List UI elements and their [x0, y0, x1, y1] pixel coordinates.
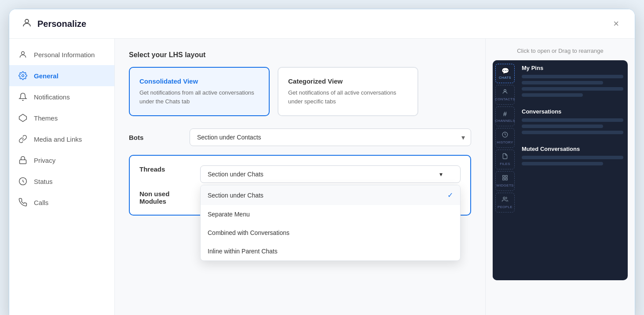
svg-point-1	[22, 51, 25, 55]
history-nav-label: HISTORY	[497, 140, 513, 144]
preview-section-conversations: Conversations	[522, 108, 623, 137]
preview-muted-conversations-title: Muted Conversations	[522, 146, 623, 152]
preview-nav: 💬 CHATS CONTACTS #	[493, 60, 517, 280]
sidebar-label-media-and-links: Media and Links	[34, 136, 82, 143]
nav-item-people[interactable]: PEOPLE	[495, 193, 515, 212]
bell-icon	[18, 92, 28, 102]
threads-option-combined-with-conversations[interactable]: Combined with Conversations	[201, 223, 460, 242]
widgets-nav-icon	[502, 175, 508, 182]
sidebar-item-themes[interactable]: Themes	[9, 107, 114, 128]
svg-point-2	[22, 75, 24, 77]
nav-item-widgets[interactable]: WIDGETS	[495, 171, 515, 191]
svg-point-6	[504, 89, 506, 92]
preview-line	[522, 93, 583, 97]
preview-line	[522, 118, 623, 122]
preview-panel: Click to open or Drag to rearrange 💬 CHA…	[485, 39, 635, 315]
status-icon	[18, 176, 28, 186]
svg-rect-9	[505, 176, 507, 177]
threads-row: Threads Section under Chats ▾ Section un…	[139, 165, 461, 183]
chats-nav-label: CHATS	[499, 76, 511, 80]
sidebar-item-general[interactable]: General	[9, 65, 114, 86]
preview-section-muted-conversations: Muted Conversations	[522, 146, 623, 168]
preview-line	[522, 75, 623, 78]
layout-options: Consolidated View Get notifications from…	[129, 67, 471, 116]
svg-point-0	[25, 19, 29, 23]
preview-line	[522, 81, 603, 84]
svg-rect-11	[505, 178, 507, 180]
nav-item-history[interactable]: HISTORY	[495, 128, 515, 148]
close-button[interactable]: ×	[610, 17, 622, 30]
check-icon: ✓	[447, 191, 453, 199]
preview-line	[522, 87, 623, 91]
threads-option-inline-within-parent-chats[interactable]: Inline within Parent Chats	[201, 242, 460, 260]
nav-item-contacts[interactable]: CONTACTS	[495, 85, 515, 105]
sidebar-label-general: General	[34, 72, 59, 80]
sidebar-item-notifications[interactable]: Notifications	[9, 86, 114, 107]
sidebar-label-calls: Calls	[34, 199, 48, 206]
contacts-nav-icon	[502, 88, 508, 96]
sidebar-item-status[interactable]: Status	[9, 171, 114, 192]
preview-line	[522, 156, 623, 159]
svg-rect-4	[20, 160, 26, 164]
svg-rect-10	[503, 178, 505, 180]
person-icon	[18, 50, 28, 59]
nav-item-chats[interactable]: 💬 CHATS	[495, 64, 515, 83]
svg-rect-8	[503, 176, 505, 177]
sidebar-label-notifications: Notifications	[34, 93, 70, 101]
diamond-icon	[18, 113, 28, 123]
bots-dropdown[interactable]: Section under Contacts	[190, 128, 471, 146]
channels-nav-label: CHANNELS	[495, 119, 515, 123]
categorized-view-title: Categorized View	[288, 77, 408, 85]
sidebar-item-privacy[interactable]: Privacy	[9, 150, 114, 171]
threads-dropdown-trigger[interactable]: Section under Chats ▾	[200, 165, 461, 183]
consolidated-view-desc: Get notifications from all active conver…	[139, 88, 259, 106]
sidebar-item-media-and-links[interactable]: Media and Links	[9, 128, 114, 150]
threads-option-section-under-chats[interactable]: Section under Chats ✓	[201, 185, 460, 205]
svg-marker-3	[19, 114, 27, 122]
categorized-view-desc: Get notifications of all active conversa…	[288, 88, 408, 106]
sidebar-label-privacy: Privacy	[34, 157, 55, 164]
people-nav-icon	[502, 196, 508, 204]
sidebar-label-status: Status	[34, 178, 53, 185]
nav-item-files[interactable]: FILES	[495, 150, 515, 169]
link-icon	[18, 134, 28, 144]
threads-selected-value: Section under Chats	[208, 171, 263, 178]
preview-line	[522, 131, 623, 134]
nav-item-channels[interactable]: # CHANNELS	[495, 106, 515, 126]
threads-section: Threads Section under Chats ▾ Section un…	[129, 155, 471, 216]
threads-option-separate-menu[interactable]: Separate Menu	[201, 205, 460, 223]
sidebar-label-personal-information: Personal Information	[34, 51, 95, 59]
consolidated-view-title: Consolidated View	[139, 77, 259, 85]
svg-point-12	[503, 197, 505, 199]
categorized-view-card[interactable]: Categorized View Get notifications of al…	[278, 67, 418, 116]
channels-nav-icon: #	[503, 110, 507, 117]
preview-line	[522, 162, 603, 165]
threads-label: Threads	[139, 165, 192, 173]
consolidated-view-card[interactable]: Consolidated View Get notifications from…	[129, 67, 270, 116]
personalize-icon	[22, 18, 32, 30]
phone-icon	[18, 198, 28, 207]
preview-conversations-title: Conversations	[522, 108, 623, 115]
history-nav-icon	[502, 132, 508, 139]
files-nav-icon	[502, 153, 508, 161]
gear-icon	[18, 71, 28, 81]
bots-row: Bots Section under Contacts ▾	[129, 128, 471, 146]
preview-hint: Click to open or Drag to rearrange	[493, 48, 628, 54]
sidebar-item-calls[interactable]: Calls	[9, 192, 114, 213]
bots-label: Bots	[129, 134, 182, 141]
chats-nav-icon: 💬	[501, 67, 509, 74]
header-left: Personalize	[22, 18, 86, 30]
preview-line	[522, 125, 603, 128]
preview-sections: My Pins Conversations Muted Conversation…	[517, 60, 628, 280]
threads-dropdown-wrapper: Section under Chats ▾ Section under Chat…	[200, 165, 461, 183]
threads-chevron-icon: ▾	[439, 171, 443, 178]
contacts-nav-label: CONTACTS	[495, 97, 515, 101]
preview-my-pins-title: My Pins	[522, 65, 623, 71]
bots-dropdown-wrapper: Section under Contacts ▾	[190, 128, 471, 146]
people-nav-label: PEOPLE	[498, 205, 512, 209]
preview-section-my-pins: My Pins	[522, 65, 623, 99]
modal-title: Personalize	[37, 19, 86, 29]
sidebar-item-personal-information[interactable]: Personal Information	[9, 44, 114, 65]
widgets-nav-label: WIDGETS	[496, 183, 513, 187]
sidebar-label-themes: Themes	[34, 114, 58, 122]
